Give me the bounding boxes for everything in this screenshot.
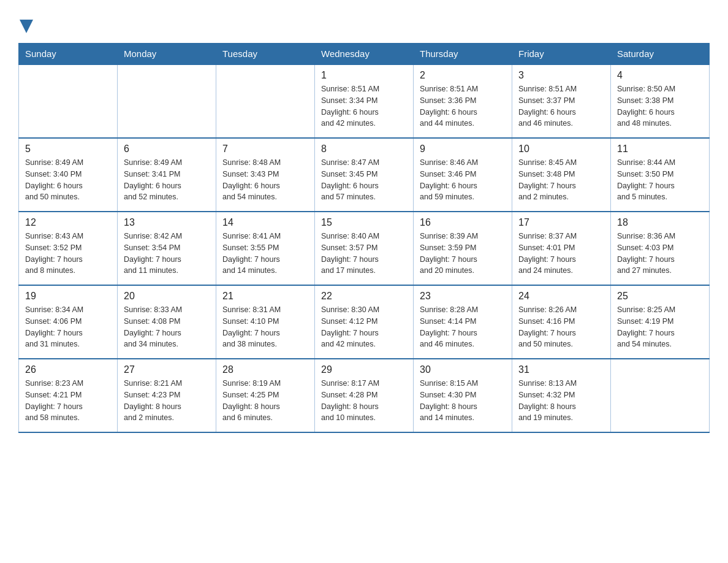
day-info: Sunrise: 8:28 AM Sunset: 4:14 PM Dayligh… — [420, 304, 506, 350]
calendar-cell: 17Sunrise: 8:37 AM Sunset: 4:01 PM Dayli… — [512, 212, 611, 285]
calendar-day-header: Thursday — [414, 44, 512, 65]
day-info: Sunrise: 8:40 AM Sunset: 3:57 PM Dayligh… — [321, 231, 407, 277]
calendar-week-row: 1Sunrise: 8:51 AM Sunset: 3:34 PM Daylig… — [19, 64, 710, 138]
day-info: Sunrise: 8:43 AM Sunset: 3:52 PM Dayligh… — [25, 231, 111, 277]
logo-triangle-icon — [20, 20, 33, 33]
day-info: Sunrise: 8:47 AM Sunset: 3:45 PM Dayligh… — [321, 157, 407, 203]
day-number: 5 — [25, 144, 111, 155]
calendar-cell: 11Sunrise: 8:44 AM Sunset: 3:50 PM Dayli… — [611, 138, 710, 212]
calendar-cell: 9Sunrise: 8:46 AM Sunset: 3:46 PM Daylig… — [414, 138, 512, 212]
day-number: 26 — [25, 364, 111, 375]
calendar-cell: 27Sunrise: 8:21 AM Sunset: 4:23 PM Dayli… — [118, 359, 216, 432]
day-info: Sunrise: 8:15 AM Sunset: 4:30 PM Dayligh… — [420, 378, 506, 424]
day-info: Sunrise: 8:17 AM Sunset: 4:28 PM Dayligh… — [321, 378, 407, 424]
svg-marker-0 — [20, 20, 33, 33]
calendar-week-row: 12Sunrise: 8:43 AM Sunset: 3:52 PM Dayli… — [19, 212, 710, 285]
day-info: Sunrise: 8:25 AM Sunset: 4:19 PM Dayligh… — [617, 304, 703, 350]
day-number: 18 — [617, 217, 703, 228]
day-number: 24 — [518, 291, 604, 302]
day-info: Sunrise: 8:51 AM Sunset: 3:34 PM Dayligh… — [321, 83, 407, 129]
day-info: Sunrise: 8:13 AM Sunset: 4:32 PM Dayligh… — [518, 378, 604, 424]
day-info: Sunrise: 8:31 AM Sunset: 4:10 PM Dayligh… — [222, 304, 308, 350]
day-number: 14 — [222, 217, 308, 228]
day-info: Sunrise: 8:19 AM Sunset: 4:25 PM Dayligh… — [222, 378, 308, 424]
day-info: Sunrise: 8:30 AM Sunset: 4:12 PM Dayligh… — [321, 304, 407, 350]
calendar-day-header: Sunday — [19, 44, 118, 65]
calendar-cell: 13Sunrise: 8:42 AM Sunset: 3:54 PM Dayli… — [118, 212, 216, 285]
calendar-cell: 28Sunrise: 8:19 AM Sunset: 4:25 PM Dayli… — [216, 359, 315, 432]
day-number: 1 — [321, 70, 407, 81]
day-number: 8 — [321, 144, 407, 155]
day-info: Sunrise: 8:41 AM Sunset: 3:55 PM Dayligh… — [222, 231, 308, 277]
calendar-cell: 24Sunrise: 8:26 AM Sunset: 4:16 PM Dayli… — [512, 285, 611, 359]
calendar-cell: 19Sunrise: 8:34 AM Sunset: 4:06 PM Dayli… — [19, 285, 118, 359]
calendar-cell: 23Sunrise: 8:28 AM Sunset: 4:14 PM Dayli… — [414, 285, 512, 359]
calendar-cell: 22Sunrise: 8:30 AM Sunset: 4:12 PM Dayli… — [315, 285, 414, 359]
day-info: Sunrise: 8:50 AM Sunset: 3:38 PM Dayligh… — [617, 83, 703, 129]
day-number: 19 — [25, 291, 111, 302]
day-info: Sunrise: 8:33 AM Sunset: 4:08 PM Dayligh… — [124, 304, 210, 350]
day-number: 15 — [321, 217, 407, 228]
calendar-cell: 25Sunrise: 8:25 AM Sunset: 4:19 PM Dayli… — [611, 285, 710, 359]
day-number: 25 — [617, 291, 703, 302]
calendar-table: SundayMondayTuesdayWednesdayThursdayFrid… — [18, 43, 710, 433]
day-info: Sunrise: 8:46 AM Sunset: 3:46 PM Dayligh… — [420, 157, 506, 203]
calendar-cell: 5Sunrise: 8:49 AM Sunset: 3:40 PM Daylig… — [19, 138, 118, 212]
calendar-cell: 18Sunrise: 8:36 AM Sunset: 4:03 PM Dayli… — [611, 212, 710, 285]
calendar-cell: 1Sunrise: 8:51 AM Sunset: 3:34 PM Daylig… — [315, 64, 414, 138]
calendar-cell: 12Sunrise: 8:43 AM Sunset: 3:52 PM Dayli… — [19, 212, 118, 285]
page-header — [18, 12, 710, 33]
day-number: 11 — [617, 144, 703, 155]
calendar-cell — [19, 64, 118, 138]
calendar-cell: 3Sunrise: 8:51 AM Sunset: 3:37 PM Daylig… — [512, 64, 611, 138]
calendar-day-header: Monday — [118, 44, 216, 65]
calendar-cell: 7Sunrise: 8:48 AM Sunset: 3:43 PM Daylig… — [216, 138, 315, 212]
day-number: 10 — [518, 144, 604, 155]
day-info: Sunrise: 8:44 AM Sunset: 3:50 PM Dayligh… — [617, 157, 703, 203]
day-number: 4 — [617, 70, 703, 81]
day-number: 2 — [420, 70, 506, 81]
calendar-cell: 10Sunrise: 8:45 AM Sunset: 3:48 PM Dayli… — [512, 138, 611, 212]
calendar-cell: 20Sunrise: 8:33 AM Sunset: 4:08 PM Dayli… — [118, 285, 216, 359]
day-number: 9 — [420, 144, 506, 155]
day-info: Sunrise: 8:49 AM Sunset: 3:41 PM Dayligh… — [124, 157, 210, 203]
day-info: Sunrise: 8:36 AM Sunset: 4:03 PM Dayligh… — [617, 231, 703, 277]
calendar-cell — [611, 359, 710, 432]
day-info: Sunrise: 8:45 AM Sunset: 3:48 PM Dayligh… — [518, 157, 604, 203]
calendar-cell: 2Sunrise: 8:51 AM Sunset: 3:36 PM Daylig… — [414, 64, 512, 138]
calendar-cell: 21Sunrise: 8:31 AM Sunset: 4:10 PM Dayli… — [216, 285, 315, 359]
day-info: Sunrise: 8:51 AM Sunset: 3:36 PM Dayligh… — [420, 83, 506, 129]
day-number: 29 — [321, 364, 407, 375]
calendar-cell: 29Sunrise: 8:17 AM Sunset: 4:28 PM Dayli… — [315, 359, 414, 432]
logo — [18, 18, 33, 33]
day-number: 16 — [420, 217, 506, 228]
day-number: 31 — [518, 364, 604, 375]
calendar-cell: 16Sunrise: 8:39 AM Sunset: 3:59 PM Dayli… — [414, 212, 512, 285]
day-info: Sunrise: 8:51 AM Sunset: 3:37 PM Dayligh… — [518, 83, 604, 129]
day-info: Sunrise: 8:21 AM Sunset: 4:23 PM Dayligh… — [124, 378, 210, 424]
day-number: 21 — [222, 291, 308, 302]
calendar-cell: 30Sunrise: 8:15 AM Sunset: 4:30 PM Dayli… — [414, 359, 512, 432]
calendar-day-header: Tuesday — [216, 44, 315, 65]
calendar-cell: 14Sunrise: 8:41 AM Sunset: 3:55 PM Dayli… — [216, 212, 315, 285]
day-info: Sunrise: 8:49 AM Sunset: 3:40 PM Dayligh… — [25, 157, 111, 203]
day-number: 3 — [518, 70, 604, 81]
day-number: 27 — [124, 364, 210, 375]
calendar-day-header: Friday — [512, 44, 611, 65]
calendar-cell: 4Sunrise: 8:50 AM Sunset: 3:38 PM Daylig… — [611, 64, 710, 138]
calendar-week-row: 5Sunrise: 8:49 AM Sunset: 3:40 PM Daylig… — [19, 138, 710, 212]
calendar-cell — [118, 64, 216, 138]
day-number: 22 — [321, 291, 407, 302]
calendar-week-row: 26Sunrise: 8:23 AM Sunset: 4:21 PM Dayli… — [19, 359, 710, 432]
day-info: Sunrise: 8:26 AM Sunset: 4:16 PM Dayligh… — [518, 304, 604, 350]
calendar-cell: 31Sunrise: 8:13 AM Sunset: 4:32 PM Dayli… — [512, 359, 611, 432]
calendar-header-row: SundayMondayTuesdayWednesdayThursdayFrid… — [19, 44, 710, 65]
day-number: 12 — [25, 217, 111, 228]
day-number: 17 — [518, 217, 604, 228]
day-info: Sunrise: 8:48 AM Sunset: 3:43 PM Dayligh… — [222, 157, 308, 203]
calendar-cell: 15Sunrise: 8:40 AM Sunset: 3:57 PM Dayli… — [315, 212, 414, 285]
day-info: Sunrise: 8:37 AM Sunset: 4:01 PM Dayligh… — [518, 231, 604, 277]
calendar-day-header: Saturday — [611, 44, 710, 65]
calendar-cell: 8Sunrise: 8:47 AM Sunset: 3:45 PM Daylig… — [315, 138, 414, 212]
day-number: 28 — [222, 364, 308, 375]
